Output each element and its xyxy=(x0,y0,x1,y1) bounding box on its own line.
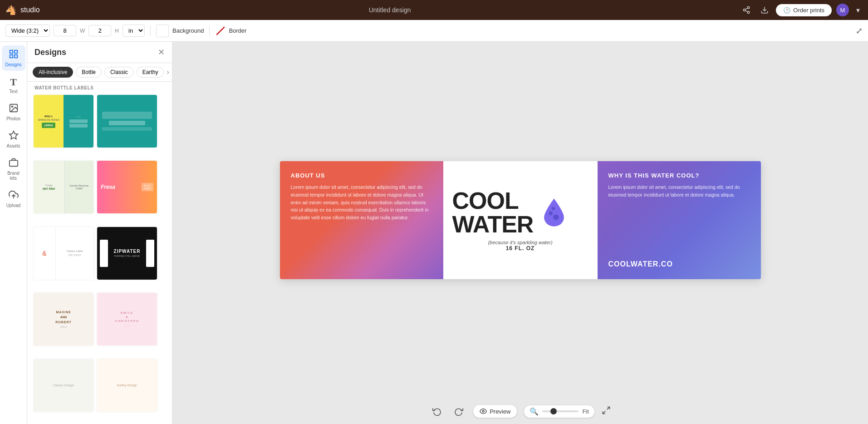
clock-icon: 🕐 xyxy=(783,7,790,14)
why-cool-heading: WHY IS THIS WATER COOL? xyxy=(608,172,750,179)
order-prints-button[interactable]: 🕐 Order prints xyxy=(776,4,832,16)
logo-text: studio xyxy=(20,6,40,14)
svg-marker-13 xyxy=(9,131,17,139)
download-button[interactable] xyxy=(758,3,771,17)
more-options-button[interactable]: ▾ xyxy=(853,3,863,17)
canvas-workspace[interactable]: ABOUT US Lorem ipsum dolor sit amet, con… xyxy=(172,42,868,399)
website-text: COOLWATER.CO xyxy=(608,260,750,268)
sidebar-item-brand-kits-label: Brand kits xyxy=(5,171,23,181)
bottom-toolbar: Preview 🔍 Fit xyxy=(172,399,868,424)
sidebar-item-assets-label: Assets xyxy=(6,143,20,148)
toolbar-divider-2 xyxy=(209,25,210,36)
cool-text-line1: COOL xyxy=(452,187,519,214)
svg-rect-7 xyxy=(10,50,12,53)
sidebar-item-upload-label: Upload xyxy=(6,203,21,208)
design-card-2[interactable] xyxy=(96,94,158,148)
svg-rect-10 xyxy=(14,55,17,58)
water-drop-icon xyxy=(540,197,568,228)
design-card-6[interactable]: ZIPWATER PURIFIED STILL WATER xyxy=(96,226,158,281)
toolbar-divider-1 xyxy=(150,25,151,36)
categories-next-button[interactable]: › xyxy=(167,68,169,76)
designs-panel: Designs ✕ All-inclusive Bottle Classic E… xyxy=(27,42,172,424)
tab-all-inclusive[interactable]: All-inclusive xyxy=(33,67,73,78)
height-label: H xyxy=(115,28,119,34)
sidebar-item-designs-label: Designs xyxy=(5,62,21,67)
border-label: Border xyxy=(229,27,246,34)
volume-text: 16 FL. OZ xyxy=(452,245,588,251)
sidebar-item-brand-kits[interactable]: Brand kits xyxy=(2,154,25,184)
about-us-heading: ABOUT US xyxy=(291,172,432,179)
share-button[interactable] xyxy=(740,3,753,17)
width-input[interactable] xyxy=(54,25,76,36)
design-card-9[interactable]: Classic Design xyxy=(33,358,94,413)
zoom-control: 🔍 Fit xyxy=(524,405,594,418)
upload-icon xyxy=(9,190,19,202)
topbar: 🐴 studio Untitled design 🕐 Order prints … xyxy=(0,0,868,20)
about-us-body: Lorem ipsum dolor sit amet, consectetur … xyxy=(291,183,432,222)
panel-title: Designs xyxy=(34,48,66,57)
panel-close-button[interactable]: ✕ xyxy=(158,47,165,57)
panel-header: Designs ✕ xyxy=(27,42,172,63)
label-center-bottom: (because it's sparkling water) 16 FL. OZ xyxy=(452,240,588,251)
tab-bottle[interactable]: Bottle xyxy=(76,67,102,78)
design-card-3[interactable]: Costa del Mar Family ReserveLabel xyxy=(33,160,94,214)
design-card-8[interactable]: EMILE & CHRISTOPH ♡ ♡ ♡ xyxy=(96,292,158,346)
sidebar-item-assets[interactable]: Assets xyxy=(2,127,25,152)
label-right-section: WHY IS THIS WATER COOL? Lorem ipsum dolo… xyxy=(598,161,761,279)
design-card-1[interactable]: Billy's SPARKLING WATER LEMON ~~~ xyxy=(33,94,94,148)
width-label: W xyxy=(80,28,85,34)
design-card-10[interactable]: Earthy Design xyxy=(96,358,158,413)
preview-label: Preview xyxy=(490,408,510,415)
assets-icon xyxy=(9,130,19,143)
main-layout: Designs T Text Photos Assets xyxy=(0,42,868,424)
topbar-left: 🐴 studio xyxy=(5,5,40,15)
sidebar-item-upload[interactable]: Upload xyxy=(2,186,25,212)
svg-line-20 xyxy=(607,407,610,409)
designs-icon xyxy=(9,49,19,61)
design-card-7[interactable]: MAXINE AND ROBERT ✿ ✿ ✿ xyxy=(33,292,94,346)
tab-classic[interactable]: Classic xyxy=(104,67,134,78)
svg-rect-8 xyxy=(14,50,17,53)
svg-point-18 xyxy=(552,207,555,210)
expand-canvas-button[interactable]: ⤢ xyxy=(856,26,863,36)
tab-earthy[interactable]: Earthy xyxy=(137,67,164,78)
background-label: Background xyxy=(172,27,204,34)
canvas-toolbar: Wide (3:2) W H in Background Border ⤢ xyxy=(0,20,868,42)
order-prints-label: Order prints xyxy=(793,7,824,14)
label-canvas[interactable]: ABOUT US Lorem ipsum dolor sit amet, con… xyxy=(280,161,761,279)
sidebar-item-designs[interactable]: Designs xyxy=(2,45,25,71)
label-center-section: COOL WATER (because it's sparkling water xyxy=(443,161,598,279)
topbar-right: 🕐 Order prints M ▾ xyxy=(740,3,863,17)
photos-icon xyxy=(9,103,19,115)
svg-rect-14 xyxy=(9,160,17,166)
sidebar-item-text-label: Text xyxy=(9,89,17,94)
design-card-5[interactable]: & Classic Label still water xyxy=(33,226,94,281)
svg-point-12 xyxy=(11,106,13,107)
preview-button[interactable]: Preview xyxy=(473,405,517,418)
avatar-button[interactable]: M xyxy=(836,4,849,16)
eye-icon xyxy=(480,408,487,415)
section-label: WATER BOTTLE LABELS xyxy=(27,82,172,92)
sidebar-item-photos-label: Photos xyxy=(6,116,20,121)
redo-button[interactable] xyxy=(451,404,466,419)
unit-select[interactable]: in xyxy=(123,25,145,37)
undo-button[interactable] xyxy=(430,404,444,419)
background-color-picker[interactable] xyxy=(156,25,169,37)
size-select[interactable]: Wide (3:2) xyxy=(5,25,50,37)
zoom-slider[interactable] xyxy=(542,410,579,412)
height-input[interactable] xyxy=(88,25,111,36)
zoom-fit-button[interactable]: Fit xyxy=(582,408,588,415)
label-right-top: WHY IS THIS WATER COOL? Lorem ipsum dolo… xyxy=(608,172,750,199)
svg-point-0 xyxy=(748,7,750,9)
document-title[interactable]: Untitled design xyxy=(369,6,411,14)
svg-rect-9 xyxy=(10,55,12,58)
tagline-text: (because it's sparkling water) xyxy=(452,240,588,245)
fullscreen-button[interactable] xyxy=(602,406,611,417)
design-card-4[interactable]: Fresa Fruit Fresa! xyxy=(96,160,158,214)
svg-line-3 xyxy=(745,10,748,12)
sidebar-item-photos[interactable]: Photos xyxy=(2,99,25,125)
sidebar-item-text[interactable]: T Text xyxy=(2,73,25,98)
canvas-area: ABOUT US Lorem ipsum dolor sit amet, con… xyxy=(172,42,868,424)
label-center-top: COOL WATER xyxy=(452,189,588,236)
border-picker[interactable]: Border xyxy=(215,25,246,36)
